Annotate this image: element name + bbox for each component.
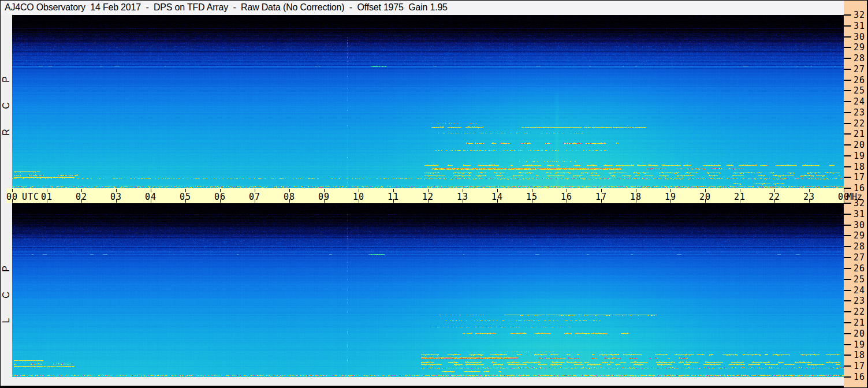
time-tick-label: 18 bbox=[630, 192, 642, 202]
freq-tick-label: 29 bbox=[854, 230, 865, 241]
time-tick-label: 23 bbox=[803, 192, 815, 202]
freq-tick-mark bbox=[844, 25, 851, 27]
utc-unit-label: UTC bbox=[22, 192, 39, 202]
freq-tick-label: 19 bbox=[854, 339, 865, 350]
page-title: AJ4CO Observatory 14 Feb 2017 - DPS on T… bbox=[5, 2, 448, 13]
time-tick-label: 21 bbox=[734, 192, 746, 202]
freq-tick-label: 26 bbox=[854, 263, 865, 274]
freq-tick-mark bbox=[844, 279, 851, 280]
freq-tick-label: 18 bbox=[854, 350, 865, 360]
freq-tick-mark bbox=[844, 311, 851, 312]
freq-tick-mark bbox=[844, 300, 851, 301]
rcp-axis-label: R C P bbox=[0, 58, 12, 145]
title-bar: AJ4CO Observatory 14 Feb 2017 - DPS on T… bbox=[1, 1, 844, 15]
freq-tick-label: 32 bbox=[854, 198, 865, 208]
time-tick-label: 19 bbox=[665, 192, 676, 202]
freq-tick-mark bbox=[844, 144, 851, 146]
freq-tick-mark bbox=[844, 203, 851, 204]
freq-tick-label: 30 bbox=[854, 220, 865, 230]
freq-tick-label: 29 bbox=[854, 42, 865, 53]
time-tick-label: 01 bbox=[41, 192, 53, 202]
freq-tick-label: 18 bbox=[854, 162, 865, 172]
freq-tick-label: 28 bbox=[854, 53, 865, 64]
freq-tick-label: 17 bbox=[854, 172, 865, 182]
time-tick-label: 02 bbox=[76, 192, 87, 202]
freq-tick-mark bbox=[844, 133, 851, 135]
freq-tick-label: 26 bbox=[854, 75, 865, 85]
freq-tick-label: 22 bbox=[854, 118, 865, 129]
app-window: AJ4CO Observatory 14 Feb 2017 - DPS on T… bbox=[0, 0, 868, 388]
time-tick-label: 10 bbox=[353, 192, 364, 202]
time-tick-label: 13 bbox=[457, 192, 468, 202]
freq-tick-mark bbox=[844, 235, 851, 236]
freq-tick-label: 28 bbox=[854, 241, 865, 252]
time-tick-label: 14 bbox=[491, 192, 503, 202]
freq-tick-label: 25 bbox=[854, 85, 865, 96]
freq-tick-label: 24 bbox=[854, 285, 865, 296]
time-tick-label: 16 bbox=[561, 192, 572, 202]
freq-tick-mark bbox=[844, 290, 851, 291]
freq-tick-label: 20 bbox=[854, 140, 865, 150]
time-tick-label: 12 bbox=[422, 192, 434, 202]
time-tick-label: 09 bbox=[318, 192, 330, 202]
lcp-spectrogram-canvas bbox=[12, 203, 844, 377]
freq-tick-label: 21 bbox=[854, 318, 865, 328]
freq-tick-label: 30 bbox=[854, 32, 865, 42]
rcp-spectrogram-canvas bbox=[12, 15, 844, 188]
time-tick-label: 05 bbox=[180, 192, 191, 202]
freq-tick-mark bbox=[844, 333, 851, 334]
freq-tick-mark bbox=[844, 90, 851, 91]
freq-tick-mark bbox=[844, 188, 851, 189]
freq-tick-mark bbox=[844, 112, 851, 113]
freq-tick-mark bbox=[844, 355, 851, 356]
time-tick-label: 15 bbox=[526, 192, 538, 202]
time-tick-label: 20 bbox=[699, 192, 711, 202]
freq-tick-mark bbox=[844, 322, 851, 323]
time-tick-label: 00 bbox=[6, 192, 18, 202]
freq-tick-label: 16 bbox=[854, 183, 865, 193]
freq-tick-mark bbox=[844, 268, 851, 269]
bottom-margin bbox=[1, 377, 844, 386]
freq-tick-label: 31 bbox=[854, 209, 865, 219]
freq-tick-mark bbox=[844, 344, 851, 345]
freq-tick-label: 19 bbox=[854, 151, 865, 161]
freq-tick-label: 20 bbox=[854, 329, 865, 339]
freq-tick-mark bbox=[844, 177, 851, 178]
freq-tick-mark bbox=[844, 80, 851, 81]
time-tick-label: 22 bbox=[769, 192, 780, 202]
freq-tick-label: 32 bbox=[854, 10, 865, 20]
freq-tick-mark bbox=[844, 246, 851, 247]
lcp-label-text: L C P bbox=[1, 257, 12, 323]
freq-tick-label: 27 bbox=[854, 252, 865, 263]
time-tick-label: 17 bbox=[595, 192, 607, 202]
time-tick-label: 07 bbox=[249, 192, 260, 202]
freq-tick-mark bbox=[844, 225, 851, 226]
freq-tick-label: 22 bbox=[854, 307, 865, 317]
freq-tick-label: 23 bbox=[854, 296, 865, 306]
freq-tick-mark bbox=[844, 214, 851, 215]
time-tick-label: 11 bbox=[388, 192, 399, 202]
time-tick-label: 04 bbox=[145, 192, 157, 202]
freq-tick-mark bbox=[844, 257, 851, 258]
freq-tick-mark bbox=[844, 69, 851, 70]
freq-tick-mark bbox=[844, 155, 851, 156]
time-tick-label: 06 bbox=[214, 192, 226, 202]
freq-tick-label: 27 bbox=[854, 64, 865, 74]
freq-tick-label: 21 bbox=[854, 129, 865, 139]
freq-tick-label: 31 bbox=[854, 21, 865, 31]
time-tick-label: 00 bbox=[838, 192, 850, 202]
freq-tick-label: 23 bbox=[854, 107, 865, 118]
freq-tick-label: 16 bbox=[854, 372, 865, 382]
rcp-label-text: R C P bbox=[1, 68, 12, 136]
freq-tick-mark bbox=[844, 36, 851, 38]
freq-tick-mark bbox=[844, 123, 851, 124]
time-tick-label: 03 bbox=[110, 192, 122, 202]
freq-tick-mark bbox=[844, 365, 851, 367]
freq-tick-mark bbox=[844, 166, 851, 167]
freq-tick-mark bbox=[844, 101, 851, 102]
time-tick-label: 08 bbox=[284, 192, 295, 202]
freq-tick-mark bbox=[844, 58, 851, 59]
freq-tick-mark bbox=[844, 14, 851, 16]
freq-tick-label: 24 bbox=[854, 96, 865, 107]
freq-tick-label: 17 bbox=[854, 361, 865, 371]
